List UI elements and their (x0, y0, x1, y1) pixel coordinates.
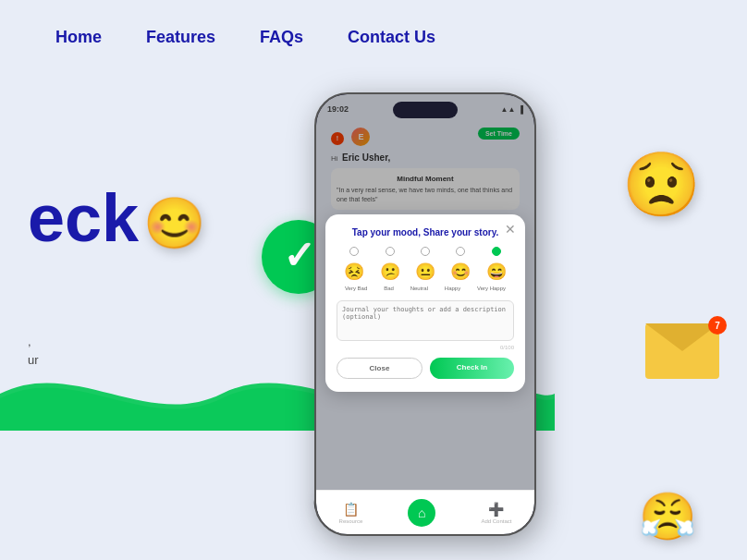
mood-emoji-row: 😣 😕 😐 😊 😄 (337, 262, 514, 282)
battery-icon: ▐ (518, 105, 523, 114)
label-bad: Bad (384, 286, 394, 291)
navbar: Home Features FAQs Contact Us (0, 0, 747, 74)
mood-modal: ✕ Tap your mood, Share your story. 😣 😕 😐… (325, 214, 525, 392)
close-button[interactable]: Close (337, 358, 422, 379)
hero-title: eck (28, 185, 139, 251)
envelope-body: 7 (645, 323, 719, 379)
modal-buttons: Close Check In (337, 358, 514, 379)
add-contact-label: Add Contact (481, 518, 511, 524)
modal-close-icon[interactable]: ✕ (505, 222, 516, 237)
mood-emoji-very-bad[interactable]: 😣 (344, 262, 364, 282)
label-happy: Happy (445, 286, 460, 291)
status-bar: 19:02 ▲▲ ▐ (327, 98, 523, 120)
phone-bottom-nav: 📋 Resource ⌂ ➕ Add Contact (316, 490, 534, 534)
mood-emoji-bad[interactable]: 😕 (380, 262, 400, 282)
radio-neutral[interactable] (421, 247, 430, 256)
bottom-nav-add-contact[interactable]: ➕ Add Contact (481, 502, 511, 524)
emoji-angry-bottom: 😤 (639, 490, 696, 543)
emoji-smile-left: 😊 (143, 194, 205, 252)
phone-screen: 19:02 ▲▲ ▐ ! E Set Time Hi Eric Usher, M… (316, 94, 534, 534)
envelope-badge: 7 (708, 316, 727, 335)
phone-mockup: 19:02 ▲▲ ▐ ! E Set Time Hi Eric Usher, M… (314, 92, 536, 536)
mood-emoji-happy[interactable]: 😊 (450, 262, 471, 282)
hero-subtitle: , ur (28, 333, 39, 369)
checkin-button[interactable]: Check In (430, 358, 514, 379)
mood-radio-row (337, 247, 514, 256)
emoji-sad-right: 😟 (622, 148, 701, 222)
resource-icon: 📋 (343, 502, 359, 517)
radio-happy[interactable] (456, 247, 465, 256)
home-icon: ⌂ (418, 505, 425, 520)
status-icons: ▲▲ ▐ (500, 105, 523, 114)
nav-contact[interactable]: Contact Us (348, 28, 435, 47)
bottom-nav-home[interactable]: ⌂ (408, 499, 435, 527)
nav-faqs[interactable]: FAQs (260, 28, 303, 47)
label-neutral: Neutral (410, 286, 428, 291)
nav-home[interactable]: Home (55, 28, 102, 47)
label-very-bad: Very Bad (345, 286, 367, 291)
add-contact-icon: ➕ (488, 502, 504, 517)
nav-features[interactable]: Features (146, 28, 215, 47)
mood-emoji-very-happy[interactable]: 😄 (486, 262, 507, 282)
journal-input[interactable] (337, 300, 514, 341)
mood-labels: Very Bad Bad Neutral Happy Very Happy (337, 286, 514, 291)
radio-very-bad[interactable] (349, 247, 359, 256)
checkmark-icon: ✓ (283, 233, 315, 278)
radio-very-happy[interactable] (492, 247, 501, 256)
modal-title: Tap your mood, Share your story. (337, 227, 514, 237)
phone-body: 19:02 ▲▲ ▐ ! E Set Time Hi Eric Usher, M… (314, 92, 536, 536)
char-count: 0/100 (337, 345, 514, 350)
mood-emoji-neutral[interactable]: 😐 (415, 262, 435, 282)
phone-time: 19:02 (327, 104, 349, 114)
wifi-icon: ▲▲ (500, 105, 515, 114)
bottom-nav-resource[interactable]: 📋 Resource (339, 502, 363, 524)
envelope: 7 (645, 323, 719, 379)
resource-label: Resource (339, 518, 363, 524)
label-very-happy: Very Happy (477, 286, 506, 291)
radio-bad[interactable] (386, 247, 395, 256)
